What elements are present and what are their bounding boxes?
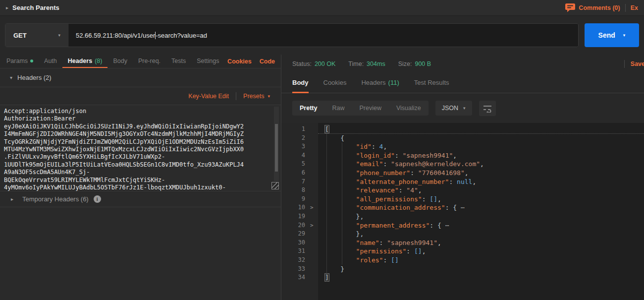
json-punc: , — [437, 239, 441, 246]
send-button[interactable]: Send ▾ — [585, 23, 639, 47]
json-punc: : — [383, 160, 391, 168]
fold-spacer — [310, 160, 318, 169]
resize-handle-icon[interactable] — [271, 182, 279, 189]
headers-text-line: A9aN3OF5scDmA5AUn4K7_Sj- — [4, 169, 277, 176]
expand-chevron-icon[interactable]: ▸ — [6, 5, 8, 10]
fold-chevron-icon[interactable]: > — [310, 221, 318, 230]
tab-settings[interactable]: Settings — [191, 55, 224, 68]
json-key: "permanent_address" — [356, 222, 430, 229]
info-icon[interactable]: i — [94, 195, 101, 203]
editor-line: 31"permissions": [], — [281, 247, 644, 256]
line-number: 5 — [281, 160, 310, 169]
fold-spacer — [310, 273, 318, 282]
headers-section-title: Headers (2) — [17, 74, 52, 81]
fold-spacer — [310, 151, 318, 160]
chevron-down-icon: ▾ — [463, 106, 466, 111]
comments-button[interactable]: Comments (0) — [565, 3, 620, 12]
line-number: 2 — [281, 134, 310, 143]
code-line: "email": "sapnesh@kerneldev.com", — [318, 160, 644, 169]
response-pane: Status: 200 OK Time: 304ms Size: 900 B S… — [281, 55, 644, 300]
fold-spacer — [310, 169, 318, 178]
headers-text[interactable]: Accept:application/jsonAuthorization:Bea… — [0, 105, 281, 191]
fold-chevron-icon[interactable]: > — [310, 203, 318, 212]
view-mode-raw[interactable]: Raw — [324, 101, 352, 116]
headers-text-line: MTU4MzYwNTM3MSwiZXhwIjoxNjE1MTQxMzcxLCJz… — [4, 146, 277, 153]
scrollbar-thumb[interactable] — [275, 124, 278, 172]
editor-gutter-cell: 3 — [281, 142, 318, 151]
line-number: 30 — [281, 239, 310, 247]
editor-gutter-cell: 9 — [281, 195, 318, 204]
separator — [625, 4, 626, 12]
json-punc: : — [372, 143, 379, 150]
json-brace: }, — [356, 213, 364, 220]
tab-body[interactable]: Body — [107, 55, 133, 68]
expand-chevron-icon[interactable]: ▸ — [11, 196, 13, 202]
view-mode-preview[interactable]: Preview — [352, 101, 388, 116]
view-mode-pretty[interactable]: Pretty — [292, 101, 324, 116]
editor-line: 5"email": "sapnesh@kerneldev.com", — [281, 160, 644, 169]
postman-window: ▸ Search Parents Comments (0) Ex GET ▾ — [0, 0, 644, 300]
headers-section-header[interactable]: ▾ Headers (2) — [0, 68, 281, 87]
code-link[interactable]: Code — [260, 58, 275, 65]
response-size: Size: 900 B — [398, 60, 431, 67]
editor-gutter-cell: 8 — [281, 186, 318, 195]
json-brace: { — [453, 204, 457, 211]
editor-gutter-cell: 33 — [281, 265, 318, 274]
wrap-text-button[interactable] — [479, 101, 496, 116]
format-dropdown[interactable]: JSON ▾ — [435, 101, 472, 116]
cookies-link[interactable]: Cookies — [227, 58, 252, 65]
json-punc: : — [379, 239, 387, 246]
collapse-chevron-icon[interactable]: ▾ — [10, 75, 12, 80]
tab-label: Params — [6, 58, 28, 64]
view-mode-visualize[interactable]: Visualize — [389, 101, 429, 116]
chevron-down-icon[interactable]: ▾ — [623, 33, 626, 38]
editor-gutter-cell: 1 — [281, 125, 318, 134]
status-label: Status: — [292, 60, 312, 67]
separator — [236, 92, 236, 100]
json-match: [ — [325, 125, 329, 133]
temporary-headers-title: Temporary Headers (6) — [22, 195, 89, 203]
code-line: "roles": [] — [318, 256, 644, 265]
temporary-headers-header[interactable]: ▸ Temporary Headers (6) i — [0, 191, 281, 207]
editor-gutter-cell: 2 — [281, 134, 318, 143]
tab-headers[interactable]: Headers(8) — [62, 55, 108, 68]
editor-gutter-cell: 34 — [281, 273, 318, 282]
method-dropdown[interactable]: GET ▾ — [5, 24, 69, 47]
json-ell: ⋯ — [457, 204, 465, 211]
tab-params[interactable]: Params — [1, 55, 39, 68]
json-num: null — [457, 178, 472, 185]
examples-button[interactable]: Ex — [631, 4, 638, 11]
status-code: Status: 200 OK — [292, 60, 335, 67]
code-line: } — [318, 265, 644, 274]
headers-bulk-edit-area[interactable]: Accept:application/jsonAuthorization:Bea… — [0, 105, 281, 191]
fold-spacer — [310, 230, 318, 239]
presets-dropdown[interactable]: Presets ▾ — [243, 93, 270, 100]
editor-line: 19}, — [281, 212, 644, 221]
line-number: 34 — [281, 273, 310, 282]
status-value: 200 OK — [315, 60, 335, 67]
response-tab-headers[interactable]: Headers(11) — [361, 73, 399, 93]
editor-gutter-cell: 4 — [281, 151, 318, 160]
url-text-after: -search?value=ad — [156, 32, 207, 39]
code-line: [ — [318, 125, 644, 134]
editor-gutter-cell: 32 — [281, 256, 318, 265]
url-input[interactable]: 52.66.59.211:80/api/v1/user-search?value… — [69, 24, 578, 47]
response-body-editor[interactable]: 1[2{3"id": 4,4"login_id": "sapnesh9941",… — [281, 123, 644, 300]
response-tab-body[interactable]: Body — [292, 73, 309, 93]
response-tab-cookies[interactable]: Cookies — [323, 73, 347, 93]
json-punc: , — [418, 186, 422, 194]
save-response-button[interactable]: Save — [631, 60, 644, 67]
tab-tests[interactable]: Tests — [166, 55, 191, 68]
line-number: 29 — [281, 230, 310, 239]
fold-spacer — [310, 142, 318, 151]
editor-gutter-cell: 31 — [281, 247, 318, 256]
response-tab-test-results[interactable]: Test Results — [414, 73, 449, 93]
tab-label: Headers — [361, 79, 385, 86]
comment-icon — [565, 3, 575, 12]
editor-line: 2{ — [281, 134, 644, 143]
tab-auth[interactable]: Auth — [39, 55, 62, 68]
json-key: "email" — [356, 160, 383, 168]
tab-label: Auth — [44, 58, 57, 64]
tab-pre-req[interactable]: Pre-req. — [133, 55, 166, 68]
key-value-edit-button[interactable]: Key-Value Edit — [188, 93, 229, 100]
